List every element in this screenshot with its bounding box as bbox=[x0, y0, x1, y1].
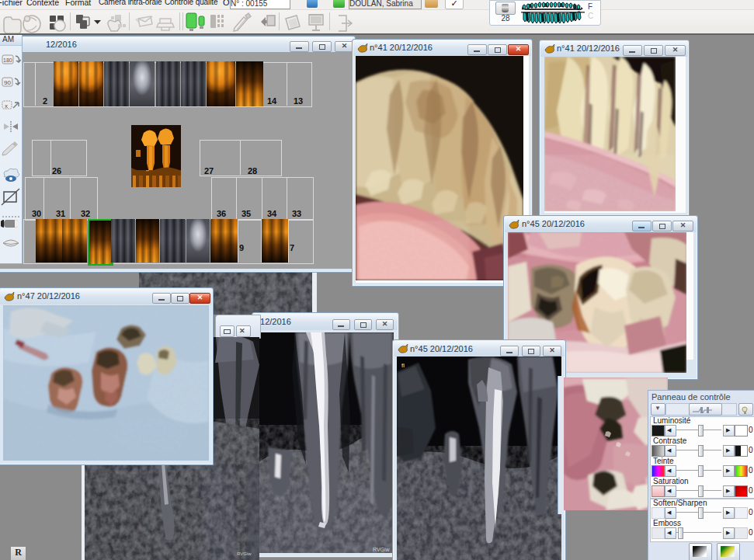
svg-text:RVGiw: RVGiw bbox=[237, 551, 252, 556]
svg-text:180: 180 bbox=[3, 57, 12, 63]
svg-text:RVGiw: RVGiw bbox=[373, 547, 391, 552]
svg-text:fi: fi bbox=[401, 362, 405, 369]
svg-text:90: 90 bbox=[4, 79, 11, 86]
svg-text:x: x bbox=[5, 103, 8, 110]
